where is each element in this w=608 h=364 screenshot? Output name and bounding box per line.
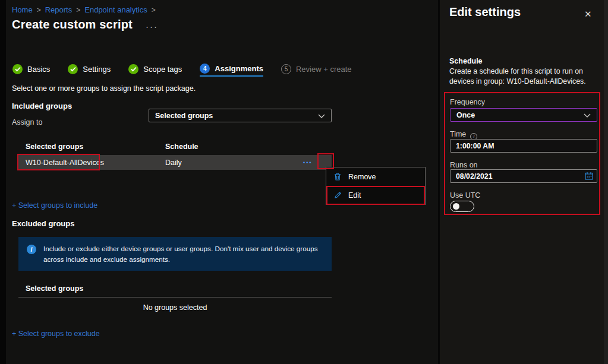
info-banner-text: Include or exclude either device groups … (43, 243, 322, 271)
menu-item-label: Edit (348, 191, 361, 200)
assignments-intro-text: Select one or more groups to assign the … (12, 84, 196, 93)
column-header-schedule: Schedule (165, 143, 199, 151)
schedule-heading: Schedule (449, 57, 483, 65)
blade-left-edge (0, 0, 6, 364)
step-label: Basics (27, 65, 50, 74)
cell-group-name: W10-Default-AllDevices (26, 159, 165, 167)
table-row[interactable]: W10-Default-AllDevices Daily ••• (18, 155, 332, 170)
breadcrumb-separator: > (76, 6, 80, 14)
step-label: Scope tags (143, 65, 182, 74)
step-label: Assignments (215, 64, 263, 73)
page-more-menu-icon[interactable]: ··· (146, 24, 158, 30)
menu-item-remove[interactable]: Remove (326, 167, 425, 186)
frequency-dropdown[interactable]: Once (450, 108, 597, 122)
breadcrumb: Home > Reports > Endpoint analytics > (12, 5, 156, 14)
time-label-text: Time (450, 130, 466, 138)
breadcrumb-separator: > (37, 6, 41, 14)
assign-to-dropdown[interactable]: Selected groups (149, 109, 332, 122)
no-groups-selected-text: No groups selected (18, 303, 332, 312)
check-icon (12, 64, 23, 74)
page-title-row: Create custom script ··· (12, 18, 158, 31)
info-banner: i Include or exclude either device group… (18, 237, 332, 271)
step-label: Review + create (296, 65, 352, 74)
check-icon (128, 64, 138, 74)
close-icon[interactable]: ✕ (582, 8, 594, 21)
menu-item-edit[interactable]: Edit (326, 186, 425, 204)
check-icon (68, 64, 78, 74)
panel-title: Edit settings (449, 5, 521, 19)
chevron-down-icon (318, 110, 325, 121)
schedule-description: Create a schedule for this script to run… (449, 67, 601, 87)
tab-assignments[interactable]: 4 Assignments (200, 61, 263, 77)
pencil-icon (333, 191, 342, 200)
excluded-groups-heading: Excluded groups (12, 219, 74, 228)
row-more-icon[interactable]: ••• (302, 157, 313, 168)
tab-basics[interactable]: Basics (12, 61, 50, 77)
portal-window: Home > Reports > Endpoint analytics > Cr… (0, 0, 608, 364)
step-label: Settings (83, 65, 111, 74)
select-groups-to-exclude-link[interactable]: + Select groups to exclude (12, 330, 100, 338)
frequency-label: Frequency (450, 98, 485, 106)
included-groups-heading: Included groups (12, 102, 72, 110)
tab-scope-tags[interactable]: Scope tags (128, 61, 182, 77)
breadcrumb-home[interactable]: Home (12, 5, 33, 14)
breadcrumb-separator: > (152, 6, 156, 14)
frequency-dropdown-value: Once (456, 111, 584, 119)
row-context-menu: Remove Edit (326, 167, 426, 205)
runs-on-date-input[interactable] (450, 169, 597, 183)
panel-scrollbar[interactable] (604, 0, 608, 364)
excluded-column-header: Selected groups (26, 284, 83, 293)
tab-review-create[interactable]: 5 Review + create (281, 61, 352, 77)
runs-on-label: Runs on (450, 161, 478, 169)
select-groups-to-include-link[interactable]: + Select groups to include (12, 201, 97, 210)
column-header-selected-groups: Selected groups (26, 143, 83, 151)
step-number-badge: 5 (281, 64, 291, 74)
page-title: Create custom script (12, 18, 133, 31)
chevron-down-icon (584, 110, 591, 121)
wizard-steps: Basics Settings Scope tags 4 Assignments… (12, 61, 352, 77)
breadcrumb-reports[interactable]: Reports (45, 5, 73, 14)
time-input[interactable] (450, 139, 597, 153)
step-number-badge: 4 (200, 64, 210, 74)
use-utc-label: Use UTC (450, 191, 480, 200)
assign-to-label: Assign to (12, 118, 42, 126)
menu-item-label: Remove (348, 173, 376, 181)
excluded-table-divider (18, 297, 332, 297)
assign-to-dropdown-value: Selected groups (155, 112, 318, 120)
info-icon: i (27, 245, 36, 254)
cell-schedule: Daily (165, 159, 302, 167)
tab-settings[interactable]: Settings (68, 61, 111, 77)
toggle-knob (453, 203, 459, 210)
breadcrumb-endpoint-analytics[interactable]: Endpoint analytics (84, 5, 147, 14)
use-utc-toggle[interactable] (450, 201, 474, 212)
trash-icon (333, 173, 342, 181)
calendar-icon[interactable] (585, 172, 593, 182)
